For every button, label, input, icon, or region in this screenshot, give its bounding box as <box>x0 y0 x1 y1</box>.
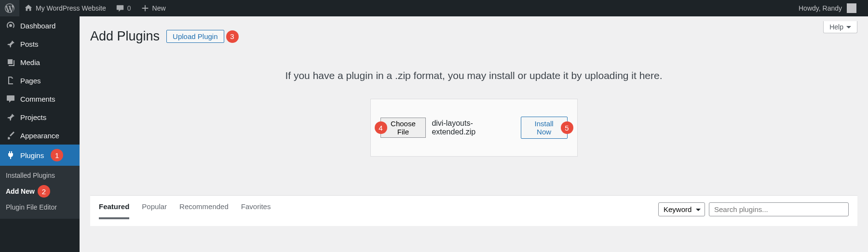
filter-tabs: Featured Popular Recommended Favorites <box>99 202 271 216</box>
home-icon <box>24 4 33 13</box>
avatar <box>847 3 856 13</box>
tab-favorites[interactable]: Favorites <box>241 202 271 216</box>
tab-favorites-label: Favorites <box>241 202 271 211</box>
filter-bar: Featured Popular Recommended Favorites K… <box>90 195 857 226</box>
submenu-add-new[interactable]: Add New 2 <box>0 182 80 200</box>
menu-pages-label: Pages <box>20 77 41 85</box>
page-icon <box>6 76 15 85</box>
menu-dashboard[interactable]: Dashboard <box>0 16 80 35</box>
dashboard-icon <box>6 21 15 30</box>
submenu-installed-label: Installed Plugins <box>6 172 55 179</box>
annotation-badge-1: 1 <box>51 149 63 161</box>
plugin-icon <box>6 150 15 160</box>
comment-icon <box>6 94 15 104</box>
search-type-select[interactable]: Keyword <box>658 202 705 216</box>
menu-plugins-label: Plugins <box>20 151 44 159</box>
media-icon <box>6 57 15 67</box>
annotation-badge-3: 3 <box>226 30 239 43</box>
menu-comments[interactable]: Comments <box>0 90 80 108</box>
menu-projects[interactable]: Projects <box>0 108 80 126</box>
install-now-button[interactable]: Install Now <box>521 117 568 139</box>
page-title: Add Plugins <box>90 29 160 44</box>
pin-icon <box>6 112 15 122</box>
submenu-addnew-label: Add New <box>6 187 35 195</box>
brush-icon <box>6 131 15 140</box>
my-account-menu[interactable]: Howdy, Randy <box>794 0 861 16</box>
greeting-label: Howdy, Randy <box>799 4 842 12</box>
menu-pages[interactable]: Pages <box>0 71 80 90</box>
upload-plugin-button[interactable]: Upload Plugin <box>166 30 224 43</box>
annotation-badge-2: 2 <box>38 185 50 198</box>
menu-appearance-label: Appearance <box>20 132 59 140</box>
menu-media-label: Media <box>20 58 40 66</box>
tab-popular[interactable]: Popular <box>142 202 167 216</box>
tab-recommended[interactable]: Recommended <box>179 202 229 216</box>
menu-posts-label: Posts <box>20 40 39 48</box>
help-label: Help <box>829 23 843 31</box>
new-label: New <box>152 4 166 12</box>
site-name-label: My WordPress Website <box>36 4 106 12</box>
annotation-badge-4: 4 <box>375 121 387 134</box>
admin-sidebar: Dashboard Posts Media Pages Comments Pro… <box>0 16 80 252</box>
page-heading: Add Plugins Upload Plugin 3 <box>90 16 857 44</box>
menu-appearance[interactable]: Appearance <box>0 126 80 145</box>
admin-bar: My WordPress Website 0 New Howdy, Randy <box>0 0 868 16</box>
plus-icon <box>141 4 149 13</box>
plugins-submenu: Installed Plugins Add New 2 Plugin File … <box>0 166 80 219</box>
menu-media[interactable]: Media <box>0 53 80 71</box>
comments-menu[interactable]: 0 <box>111 0 136 16</box>
new-content-menu[interactable]: New <box>136 0 171 16</box>
tab-recommended-label: Recommended <box>179 202 229 211</box>
main-content: Help Add Plugins Upload Plugin 3 If you … <box>80 16 868 252</box>
search-plugins-input[interactable] <box>709 202 849 216</box>
comment-count: 0 <box>127 4 131 12</box>
annotation-badge-5: 5 <box>561 121 573 134</box>
menu-projects-label: Projects <box>20 113 46 121</box>
menu-posts[interactable]: Posts <box>0 35 80 53</box>
menu-plugins[interactable]: Plugins 1 <box>0 145 80 166</box>
submenu-editor-label: Plugin File Editor <box>6 203 57 211</box>
wp-logo-menu[interactable] <box>0 0 19 16</box>
site-name-menu[interactable]: My WordPress Website <box>19 0 111 16</box>
choose-file-button[interactable]: Choose File <box>380 118 426 138</box>
menu-comments-label: Comments <box>20 95 55 103</box>
wordpress-logo-icon <box>5 3 14 13</box>
triangle-down-icon <box>846 26 851 31</box>
search-wrap: Keyword <box>658 202 849 216</box>
submenu-plugin-editor[interactable]: Plugin File Editor <box>0 200 80 214</box>
menu-dashboard-label: Dashboard <box>20 22 55 30</box>
submenu-installed-plugins[interactable]: Installed Plugins <box>0 169 80 182</box>
upload-form: 4 Choose File divi-layouts-extended.zip … <box>370 99 578 157</box>
tab-popular-label: Popular <box>142 202 167 211</box>
upload-help-text: If you have a plugin in a .zip format, y… <box>90 70 857 81</box>
pin-icon <box>6 39 15 49</box>
tab-featured-label: Featured <box>99 202 129 211</box>
selected-file-name: divi-layouts-extended.zip <box>432 119 509 136</box>
help-tab[interactable]: Help <box>823 21 857 33</box>
comment-icon <box>116 4 124 13</box>
tab-featured[interactable]: Featured <box>99 202 129 216</box>
